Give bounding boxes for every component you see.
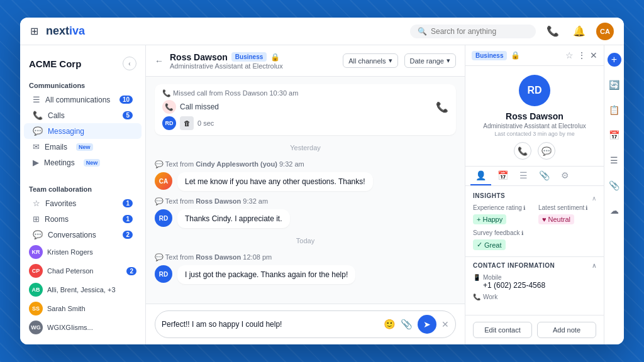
info-icon-experience: ℹ [523,205,525,211]
conv-chad[interactable]: CP Chad Peterson 2 [20,261,145,280]
rp-business-badge: Business [472,51,507,60]
contact-info-collapse[interactable]: ∧ [592,262,597,269]
emails-icon: ✉ [33,142,40,151]
ross-avatar-2: RD [155,265,172,283]
calendar-side-icon[interactable]: 📅 [606,127,623,143]
date-filter[interactable]: Date range ▾ [404,53,456,68]
bell-icon[interactable]: 🔔 [570,22,589,41]
logo: nextiva [46,25,85,38]
all-comms-icon: ☰ [33,95,40,104]
user-avatar-nav[interactable]: CA [596,23,614,40]
profile-message-button[interactable]: 💬 [538,142,555,160]
chat-contact-title: Administrative Assistant at Electrolux [170,62,283,70]
conv-sarah[interactable]: SS Sarah Smith [20,299,145,318]
search-icon: 🔍 [418,27,427,36]
chad-badge: 2 [126,267,136,275]
sidebar-item-calls[interactable]: 📞 Calls 5 [24,107,142,123]
chat-panel: ← Ross Dawson Business 🔒 Administrative … [146,45,465,344]
work-icon: 📞 [473,293,480,300]
today-divider: Today [155,234,456,247]
all-comms-badge: 10 [119,96,133,104]
voice-message: RD 🗑 0 sec [162,116,448,130]
team-collab-section-title: Team collaboration [20,180,145,195]
send-button[interactable]: ➤ [418,315,436,334]
back-button[interactable]: ← [155,56,164,66]
messaging-icon: 💬 [33,126,43,136]
work-info: 📞 Work [473,293,596,300]
communications-section-title: Communications [20,77,145,92]
search-input[interactable] [431,27,528,36]
star-icon[interactable]: ☆ [565,50,574,60]
close-input-button[interactable]: ✕ [441,319,449,329]
insights-section: INSIGHTS ∧ Experience rating ℹ + Happy [465,186,604,256]
tab-list[interactable]: ☰ [514,167,533,185]
emoji-icon[interactable]: 🙂 [384,319,396,330]
mobile-info: 📱 Mobile +1 (602) 225-4568 [473,274,596,290]
conv-kristen[interactable]: KR Kristen Rogers [20,243,145,261]
channels-filter[interactable]: All channels ▾ [343,53,397,68]
attachment-side-icon[interactable]: 📎 [606,177,623,194]
conv-avatar-wg: WG [29,321,43,334]
chat-messages: 📞 Missed call from Ross Dawson 10:30 am … [146,77,465,304]
chat-input[interactable] [162,320,379,329]
profile-name: Ross Dawson [506,111,564,121]
rooms-icon: ⊞ [33,214,40,224]
phone-nav-icon[interactable]: 📞 [543,22,562,41]
sidebar-item-messaging[interactable]: 💬 Messaging [24,123,142,139]
conv-wg[interactable]: WG WGIXGIisms... [20,318,145,337]
contact-info-title: CONTACT INFORMATION [473,262,555,269]
profile-call-button[interactable]: 📞 [514,142,531,160]
add-note-button[interactable]: Add note [537,322,596,338]
attachment-icon[interactable]: 📎 [401,319,413,330]
add-contact-icon[interactable]: + [606,52,623,68]
cloud-icon[interactable]: ☁ [606,202,623,219]
tab-profile[interactable]: 👤 [470,167,491,185]
conv-avatar-alli: AB [29,283,43,297]
rooms-badge: 1 [123,215,133,223]
clipboard-icon[interactable]: 📋 [606,102,623,118]
call-action-icon[interactable]: 📞 [436,101,448,113]
refresh-icon[interactable]: 🔄 [606,77,623,93]
top-navigation: ⊞ nextiva 🔍 📞 🔔 CA [20,18,624,45]
missed-call-header: 📞 Missed call from Ross Dawson 10:30 am [162,89,448,97]
survey-label: Survey feedback ℹ [473,229,596,236]
sidebar-collapse-button[interactable]: ‹ [123,57,136,70]
ross-bubble-2: I just got the package. Thanks again for… [177,265,355,284]
trash-icon: 🗑 [180,116,194,130]
contact-profile: RD Ross Dawson Administrative Assistant … [465,66,604,167]
experience-label: Experience rating ℹ [473,204,531,211]
sidebar-item-conversations[interactable]: 💬 Conversations 2 [24,227,142,243]
tab-attachment[interactable]: 📎 [534,167,555,185]
tab-settings[interactable]: ⚙ [556,167,574,185]
favorites-badge: 1 [123,199,133,207]
cindy-message-group: 💬 Text from Cindy Applesworth (you) 9:32… [155,160,456,191]
ross-message-group-2: 💬 Text from Ross Dawson 12:08 pm RD I ju… [155,253,456,284]
edit-contact-button[interactable]: Edit contact [473,322,532,338]
info-icon-sentiment: ℹ [586,205,587,211]
conversations-icon: 💬 [33,230,43,239]
sidebar-item-favorites[interactable]: ☆ Favorites 1 [24,195,142,211]
rp-close-icon[interactable]: ✕ [590,50,597,60]
more-options-icon[interactable]: ⋮ [577,50,586,60]
grid-icon[interactable]: ⊞ [30,25,38,37]
mobile-icon: 📱 [473,274,480,281]
voice-avatar: RD [162,116,176,130]
profile-title: Administrative Assistant at Electrolux [483,123,586,129]
chat-header: ← Ross Dawson Business 🔒 Administrative … [146,45,465,77]
insights-title: INSIGHTS [473,192,505,199]
chat-contact-name: Ross Dawson [170,52,228,62]
ross-message-group-1: 💬 Text from Ross Dawson 9:32 am RD Thank… [155,197,456,228]
missed-call-message: 📞 Missed call from Ross Dawson 10:30 am … [155,84,456,135]
sidebar-item-meetings[interactable]: ▶ Meetings New [24,155,142,170]
insights-collapse[interactable]: ∧ [592,195,596,202]
cindy-bubble: Let me know if you have any other questi… [177,172,373,191]
sidebar-item-emails[interactable]: ✉ Emails New [24,139,142,155]
conv-avatar-chad: CP [29,264,43,278]
search-bar[interactable]: 🔍 [410,25,536,38]
list-side-icon[interactable]: ☰ [606,152,623,168]
sidebar-item-rooms[interactable]: ⊞ Rooms 1 [24,211,142,227]
tab-calendar[interactable]: 📅 [492,167,513,185]
sidebar-item-all-comms[interactable]: ☰ All communications 10 [24,92,142,107]
favorites-icon: ☆ [33,199,40,208]
conv-alli[interactable]: AB Alli, Brent, Jessica, +3 [20,280,145,299]
